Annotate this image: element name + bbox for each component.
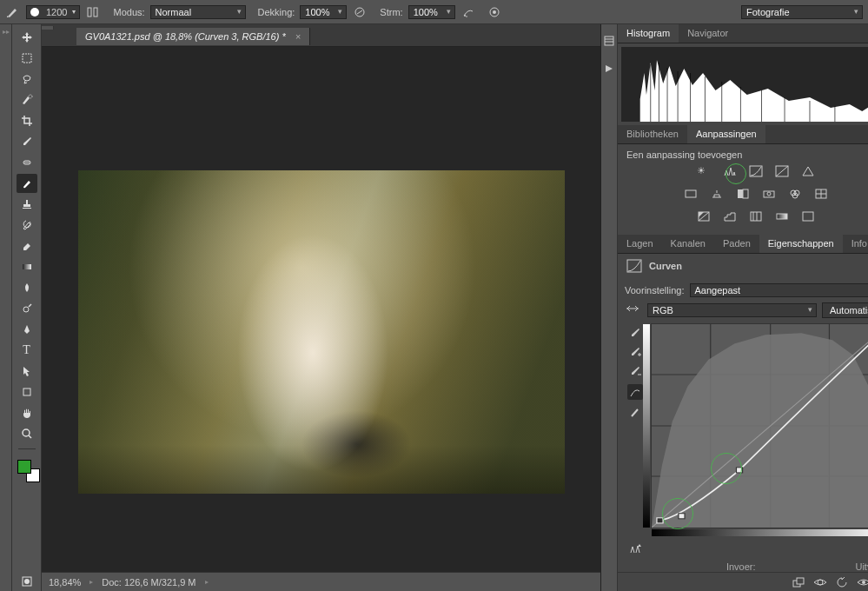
blend-mode-select[interactable]: Normaal (150, 5, 246, 19)
eyedropper-tool[interactable] (17, 132, 37, 151)
size-pressure-icon[interactable] (487, 4, 502, 20)
edit-points-icon[interactable] (627, 384, 643, 400)
threshold-icon[interactable] (749, 210, 766, 226)
svg-rect-13 (23, 264, 31, 269)
color-balance-icon[interactable] (710, 188, 727, 203)
brush-panel-icon[interactable] (85, 4, 101, 20)
auto-button[interactable]: Automatisch (822, 302, 868, 318)
brush-size-value: 1200 (46, 7, 67, 17)
tab-info[interactable]: Info (843, 235, 868, 253)
visibility-icon[interactable] (857, 577, 868, 588)
invert-icon[interactable] (697, 210, 714, 226)
document-tab[interactable]: GV0A1321.psd @ 18,8% (Curven 3, RGB/16) … (76, 28, 310, 45)
posterize-icon[interactable] (723, 210, 740, 226)
shape-tool[interactable] (17, 382, 37, 402)
history-panel-icon[interactable] (601, 33, 617, 49)
svg-point-6 (493, 10, 496, 14)
flow-select[interactable]: 100% (408, 5, 455, 19)
preset-select[interactable]: Aangepast (690, 283, 869, 297)
airbrush-icon[interactable] (461, 4, 476, 20)
svg-point-12 (28, 162, 30, 163)
marquee-tool[interactable] (17, 49, 37, 68)
clip-layer-icon[interactable] (792, 577, 805, 588)
hand-tool[interactable] (17, 403, 37, 422)
svg-point-18 (24, 579, 30, 584)
channel-select[interactable]: RGB (647, 303, 817, 317)
tab-layers[interactable]: Lagen (618, 235, 662, 253)
sampler-plus-icon[interactable] (629, 346, 641, 358)
type-tool[interactable]: T (17, 341, 37, 360)
zoom-value[interactable]: 18,84% (49, 577, 81, 588)
gradient-map-icon[interactable] (775, 210, 792, 226)
tab-histogram[interactable]: Histogram (618, 24, 679, 43)
opacity-label: Dekking: (258, 7, 295, 17)
svg-rect-46 (803, 212, 813, 221)
blur-tool[interactable] (17, 278, 37, 297)
svg-rect-57 (736, 468, 742, 473)
mode-label: Modus: (113, 7, 144, 17)
right-dock: Histogram Navigator ▾≡ ▲ Bibl (600, 24, 868, 591)
brush-preview[interactable]: 1200▾ (26, 5, 80, 19)
reset-icon[interactable] (836, 577, 848, 588)
svg-rect-35 (738, 189, 743, 198)
hue-icon[interactable] (684, 188, 701, 203)
levels-icon[interactable] (723, 165, 740, 181)
exposure-icon[interactable] (775, 165, 792, 181)
quickmask-toggle[interactable] (17, 572, 37, 591)
opacity-select[interactable]: 100% (300, 5, 347, 19)
tab-properties[interactable]: Eigenschappen (759, 235, 843, 253)
lasso-tool[interactable] (17, 70, 37, 89)
tools-panel: T (12, 24, 42, 591)
clip-warning-icon[interactable] (629, 542, 641, 554)
toolbar-collapse[interactable]: ▸▸ (0, 24, 12, 591)
quick-select-tool[interactable] (17, 90, 37, 110)
tab-adjustments[interactable]: Aanpassingen (687, 125, 765, 143)
crop-tool[interactable] (17, 111, 37, 130)
vibrance-icon[interactable] (801, 165, 818, 181)
brightness-icon[interactable]: ☀ (697, 165, 714, 181)
channel-mixer-icon[interactable] (788, 188, 805, 203)
tab-channels[interactable]: Kanalen (662, 235, 714, 253)
view-previous-icon[interactable] (813, 577, 827, 588)
tab-navigator[interactable]: Navigator (679, 24, 737, 43)
svg-rect-36 (743, 189, 748, 198)
selective-color-icon[interactable] (801, 210, 818, 226)
path-select-tool[interactable] (17, 362, 37, 381)
tab-paths[interactable]: Paden (714, 235, 759, 253)
color-swatch[interactable] (17, 460, 36, 479)
svg-rect-47 (627, 260, 641, 272)
gradient-tool[interactable] (17, 257, 37, 276)
tool-preset-icon[interactable] (5, 4, 21, 20)
draw-curve-icon[interactable] (629, 407, 641, 419)
sampler-minus-icon[interactable] (629, 365, 641, 377)
document-tab-bar: GV0A1321.psd @ 18,8% (Curven 3, RGB/16) … (42, 24, 600, 47)
photo-filter-icon[interactable] (762, 188, 779, 203)
svg-rect-0 (88, 8, 91, 17)
opacity-pressure-icon[interactable] (352, 4, 368, 20)
eraser-tool[interactable] (17, 236, 37, 256)
status-arrow-icon[interactable]: ▸ (205, 578, 209, 586)
color-lookup-icon[interactable] (814, 188, 832, 203)
curves-graph[interactable] (651, 323, 868, 528)
workspace-select[interactable]: Fotografie (741, 5, 863, 19)
zoom-arrow-icon[interactable]: ▸ (89, 578, 93, 586)
stamp-tool[interactable] (17, 195, 37, 214)
properties-footer (618, 572, 868, 591)
move-tool[interactable] (17, 28, 37, 47)
curves-icon[interactable] (749, 165, 766, 181)
sampler-icon[interactable] (629, 327, 641, 339)
close-tab-icon[interactable]: × (295, 31, 301, 42)
healing-tool[interactable] (17, 153, 37, 172)
history-brush-tool[interactable] (17, 216, 37, 235)
brush-tool[interactable] (17, 174, 37, 193)
curves-mode-icon[interactable] (625, 302, 642, 318)
svg-rect-32 (750, 166, 762, 176)
canvas[interactable]: 18,84% ▸ Doc: 126,6 M/321,9 M ▸ (42, 47, 600, 591)
zoom-tool[interactable] (17, 424, 37, 443)
bw-icon[interactable] (736, 188, 753, 203)
actions-panel-icon[interactable] (601, 61, 617, 76)
tab-libraries[interactable]: Bibliotheken (618, 125, 687, 143)
tabbar-collapse[interactable] (42, 26, 54, 30)
dodge-tool[interactable] (17, 299, 37, 318)
pen-tool[interactable] (17, 320, 37, 339)
